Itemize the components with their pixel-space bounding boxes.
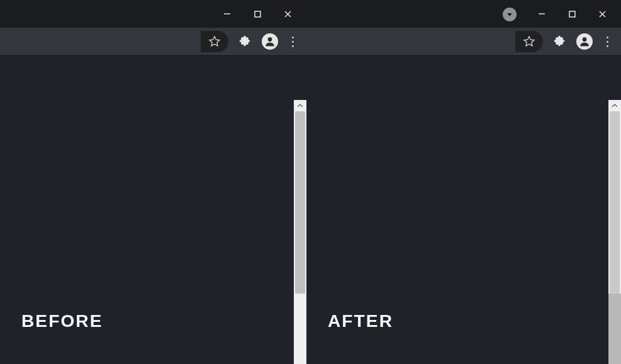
right-window: AFTER xyxy=(306,0,621,364)
kebab-dot xyxy=(292,36,294,38)
person-icon xyxy=(264,35,276,48)
bookmark-button[interactable] xyxy=(201,31,228,52)
content-wrap-right: AFTER xyxy=(306,100,621,364)
subheader-left xyxy=(0,56,306,100)
content-wrap-left: BEFORE xyxy=(0,100,306,364)
page-content-right: AFTER xyxy=(306,100,608,364)
minimize-icon xyxy=(223,9,232,18)
scroll-up-button[interactable] xyxy=(294,100,306,111)
comparison-split: BEFORE xyxy=(0,0,621,364)
profile-button[interactable] xyxy=(262,33,278,50)
minimize-button[interactable] xyxy=(212,1,242,26)
menu-button[interactable] xyxy=(283,36,303,47)
minimize-button[interactable] xyxy=(527,1,557,26)
kebab-dot xyxy=(607,36,608,38)
scroll-up-button[interactable] xyxy=(608,100,621,111)
person-icon xyxy=(578,35,591,48)
puzzle-icon xyxy=(238,35,251,48)
svg-rect-6 xyxy=(569,11,575,17)
after-label: AFTER xyxy=(328,312,393,331)
puzzle-icon xyxy=(553,35,566,48)
maximize-icon xyxy=(568,10,576,18)
left-window: BEFORE xyxy=(0,0,306,364)
kebab-dot xyxy=(292,41,294,43)
profile-button[interactable] xyxy=(576,33,593,50)
close-button[interactable] xyxy=(587,1,617,26)
svg-rect-1 xyxy=(255,11,260,17)
scroll-thumb[interactable] xyxy=(295,111,305,294)
titlebar-right xyxy=(306,0,621,28)
bookmark-button[interactable] xyxy=(515,31,543,52)
before-label: BEFORE xyxy=(21,312,103,331)
menu-button[interactable] xyxy=(597,36,617,47)
close-icon xyxy=(284,10,292,18)
page-content-left: BEFORE xyxy=(0,100,294,364)
address-bar-tail xyxy=(201,29,303,54)
star-icon xyxy=(208,35,221,48)
kebab-dot xyxy=(292,45,294,47)
scroll-track[interactable] xyxy=(294,111,306,364)
close-icon xyxy=(598,10,607,18)
subheader-right xyxy=(306,56,621,100)
close-button[interactable] xyxy=(272,1,303,26)
kebab-dot xyxy=(607,45,608,47)
scroll-track[interactable] xyxy=(608,111,621,364)
triangle-down-icon xyxy=(506,11,513,18)
maximize-button[interactable] xyxy=(557,1,587,26)
scrollbar-left[interactable] xyxy=(294,100,306,364)
toolbar-right xyxy=(306,28,621,56)
toolbar-left xyxy=(0,28,306,56)
maximize-button[interactable] xyxy=(242,1,272,26)
chevron-up-icon xyxy=(612,102,618,109)
kebab-dot xyxy=(607,41,608,43)
address-bar-tail xyxy=(515,29,617,54)
star-icon xyxy=(523,35,535,48)
minimize-icon xyxy=(537,9,546,18)
svg-point-4 xyxy=(268,37,272,41)
sync-indicator[interactable] xyxy=(503,8,517,21)
scrollbar-right[interactable] xyxy=(608,100,621,364)
chevron-up-icon xyxy=(297,102,303,109)
maximize-icon xyxy=(254,10,262,18)
svg-point-9 xyxy=(583,37,587,41)
titlebar-left xyxy=(0,0,306,28)
scroll-thumb[interactable] xyxy=(610,111,620,294)
extensions-button[interactable] xyxy=(232,29,257,54)
extensions-button[interactable] xyxy=(547,29,572,54)
